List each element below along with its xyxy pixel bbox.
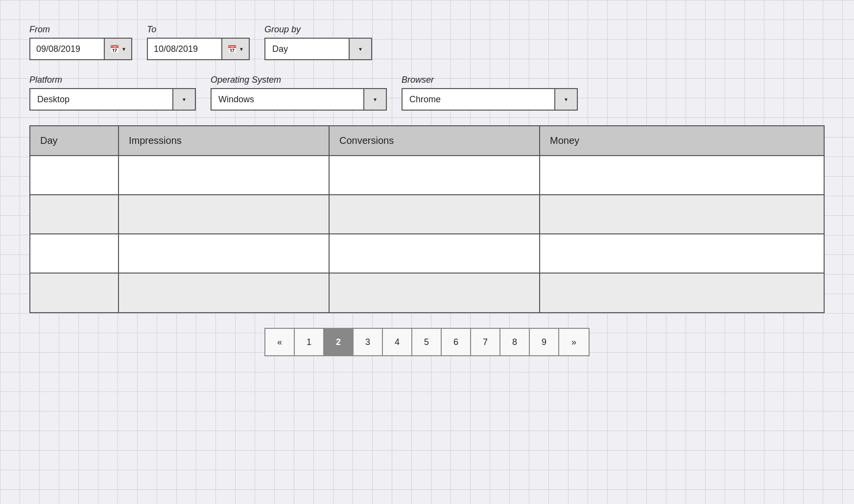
pagination-page-2[interactable]: 2 bbox=[324, 329, 354, 355]
data-table-container: Day Impressions Conversions Money bbox=[29, 125, 825, 313]
browser-arrow-button[interactable]: ▼ bbox=[554, 89, 577, 110]
table-row bbox=[30, 195, 824, 234]
to-filter-group: To 10/08/2019 📅 ▼ bbox=[147, 24, 250, 60]
table-cell-impressions bbox=[119, 273, 329, 312]
pagination: « 1 2 3 4 5 6 7 8 bbox=[264, 328, 590, 356]
to-date-value: 10/08/2019 bbox=[148, 44, 221, 54]
table-cell-money bbox=[540, 195, 824, 234]
groupby-arrow-button[interactable]: ▼ bbox=[349, 39, 371, 59]
table-cell-day bbox=[30, 273, 119, 312]
browser-value: Chrome bbox=[403, 94, 554, 105]
from-dropdown-arrow-icon: ▼ bbox=[121, 46, 126, 52]
table-cell-money bbox=[540, 273, 824, 312]
table-cell-conversions bbox=[329, 156, 540, 195]
pagination-next-button[interactable]: » bbox=[559, 329, 589, 355]
pagination-page-6[interactable]: 6 bbox=[442, 329, 471, 355]
from-calendar-button[interactable]: 📅 ▼ bbox=[104, 39, 131, 59]
platform-arrow-button[interactable]: ▼ bbox=[172, 89, 195, 110]
os-arrow-icon: ▼ bbox=[373, 97, 378, 102]
table-cell-money bbox=[540, 156, 824, 195]
pagination-prev-button[interactable]: « bbox=[265, 329, 295, 355]
col-header-money: Money bbox=[540, 126, 824, 156]
os-filter-group: Operating System Windows ▼ bbox=[211, 75, 387, 111]
groupby-filter-group: Group by Day ▼ bbox=[264, 24, 372, 60]
table-cell-impressions bbox=[119, 234, 329, 273]
groupby-arrow-icon: ▼ bbox=[358, 46, 363, 52]
main-container: From 09/08/2019 📅 ▼ To 10/08/2019 📅 ▼ bbox=[0, 0, 854, 381]
to-label: To bbox=[147, 24, 250, 35]
table-cell-money bbox=[540, 234, 824, 273]
browser-filter-group: Browser Chrome ▼ bbox=[402, 75, 578, 111]
platform-value: Desktop bbox=[30, 94, 172, 105]
table-cell-day bbox=[30, 234, 119, 273]
groupby-value: Day bbox=[265, 44, 349, 54]
filter-row-2: Platform Desktop ▼ Operating System Wind… bbox=[29, 75, 825, 111]
pagination-container: « 1 2 3 4 5 6 7 8 bbox=[29, 328, 825, 356]
table-cell-day bbox=[30, 156, 119, 195]
filter-row-1: From 09/08/2019 📅 ▼ To 10/08/2019 📅 ▼ bbox=[29, 24, 825, 60]
platform-arrow-icon: ▼ bbox=[182, 97, 187, 102]
browser-select[interactable]: Chrome ▼ bbox=[402, 88, 578, 111]
to-dropdown-arrow-icon: ▼ bbox=[239, 46, 244, 52]
to-date-input[interactable]: 10/08/2019 📅 ▼ bbox=[147, 38, 250, 60]
browser-arrow-icon: ▼ bbox=[564, 97, 569, 102]
to-calendar-button[interactable]: 📅 ▼ bbox=[221, 39, 249, 59]
from-label: From bbox=[29, 24, 132, 35]
browser-label: Browser bbox=[402, 75, 578, 85]
platform-select[interactable]: Desktop ▼ bbox=[29, 88, 196, 111]
table-header-row: Day Impressions Conversions Money bbox=[30, 126, 824, 156]
pagination-page-1[interactable]: 1 bbox=[295, 329, 324, 355]
table-cell-impressions bbox=[119, 195, 329, 234]
pagination-page-8[interactable]: 8 bbox=[500, 329, 530, 355]
data-table: Day Impressions Conversions Money bbox=[30, 126, 824, 312]
calendar-icon: 📅 bbox=[110, 45, 119, 54]
table-row bbox=[30, 156, 824, 195]
col-header-impressions: Impressions bbox=[119, 126, 329, 156]
table-cell-conversions bbox=[329, 195, 540, 234]
pagination-page-7[interactable]: 7 bbox=[471, 329, 500, 355]
table-cell-conversions bbox=[329, 234, 540, 273]
col-header-day: Day bbox=[30, 126, 119, 156]
platform-filter-group: Platform Desktop ▼ bbox=[29, 75, 196, 111]
table-row bbox=[30, 273, 824, 312]
table-cell-conversions bbox=[329, 273, 540, 312]
table-cell-impressions bbox=[119, 156, 329, 195]
os-value: Windows bbox=[212, 94, 363, 105]
table-row bbox=[30, 234, 824, 273]
from-filter-group: From 09/08/2019 📅 ▼ bbox=[29, 24, 132, 60]
os-select[interactable]: Windows ▼ bbox=[211, 88, 387, 111]
from-date-value: 09/08/2019 bbox=[30, 44, 104, 54]
pagination-page-9[interactable]: 9 bbox=[530, 329, 559, 355]
pagination-page-5[interactable]: 5 bbox=[412, 329, 442, 355]
os-label: Operating System bbox=[211, 75, 387, 85]
calendar-icon-2: 📅 bbox=[227, 45, 237, 54]
col-header-conversions: Conversions bbox=[329, 126, 540, 156]
table-cell-day bbox=[30, 195, 119, 234]
groupby-label: Group by bbox=[264, 24, 372, 35]
groupby-select[interactable]: Day ▼ bbox=[264, 38, 372, 60]
from-date-input[interactable]: 09/08/2019 📅 ▼ bbox=[29, 38, 132, 60]
pagination-page-3[interactable]: 3 bbox=[354, 329, 383, 355]
platform-label: Platform bbox=[29, 75, 196, 85]
pagination-page-4[interactable]: 4 bbox=[383, 329, 412, 355]
os-arrow-button[interactable]: ▼ bbox=[363, 89, 386, 110]
